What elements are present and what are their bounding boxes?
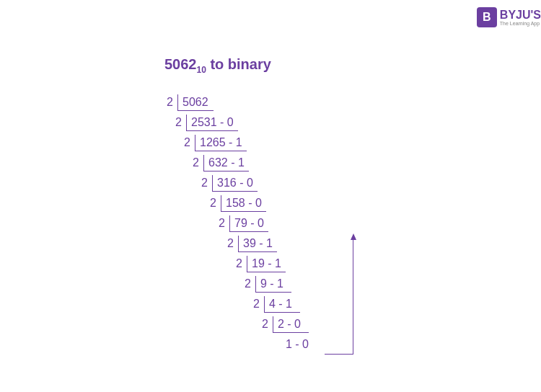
quotient-remainder: 158 - 0 [221,195,266,212]
quotient-remainder: 5062 [177,94,214,111]
title-number: 5062 [164,56,197,72]
quotient-remainder: 4 - 1 [264,296,300,313]
arrow-head-icon [351,233,356,240]
title-suffix: to binary [206,56,271,72]
divisor: 2 [242,277,255,290]
quotient-remainder: 19 - 1 [247,256,286,272]
quotient-remainder: 1265 - 1 [195,135,247,151]
divisor: 2 [182,136,195,149]
title-base: 10 [197,65,206,75]
division-step: 29 - 1 [242,274,317,294]
quotient-remainder: 2531 - 0 [186,115,238,131]
quotient-remainder: 1 - 0 [281,337,317,352]
division-ladder: 2506222531 - 021265 - 12632 - 12316 - 02… [164,92,317,355]
logo-subtitle: The Learning App [500,21,541,26]
quotient-remainder: 39 - 1 [238,236,277,252]
logo-badge: B [477,7,497,27]
division-step: 24 - 1 [251,294,317,314]
division-step: 2632 - 1 [190,153,317,173]
quotient-remainder: 2 - 0 [273,316,309,333]
division-step: 2316 - 0 [199,173,317,193]
division-step: 239 - 1 [225,233,317,254]
divisor: 2 [260,318,273,331]
logo-text: BYJU'S The Learning App [500,9,541,26]
divisor: 2 [190,156,203,169]
division-step: 2158 - 0 [208,193,317,213]
arrow-stem [353,239,353,355]
read-direction-arrow [325,232,353,355]
divisor: 2 [216,217,229,230]
quotient-remainder: 632 - 1 [203,155,249,172]
divisor: 2 [251,298,264,311]
divisor: 2 [208,197,221,210]
quotient-remainder: 79 - 0 [229,215,268,232]
division-step: 279 - 0 [216,213,317,233]
quotient-remainder: 9 - 1 [255,276,291,293]
division-step: 22531 - 0 [173,112,317,133]
division-step: 1 - 0 [268,334,317,355]
divisor: 2 [173,116,186,129]
divisor: 2 [199,177,212,190]
logo-main: BYJU'S [500,9,541,21]
division-step: 21265 - 1 [182,133,317,153]
divisor: 2 [225,237,238,250]
logo: B BYJU'S The Learning App [477,7,541,27]
division-step: 22 - 0 [260,314,317,334]
quotient-remainder: 316 - 0 [212,175,258,192]
division-step: 25062 [164,92,317,112]
arrow-base [325,354,353,355]
divisor: 2 [164,96,177,109]
diagram-title: 506210 to binary [164,56,271,75]
divisor: 2 [234,257,247,270]
division-step: 219 - 1 [234,254,317,274]
